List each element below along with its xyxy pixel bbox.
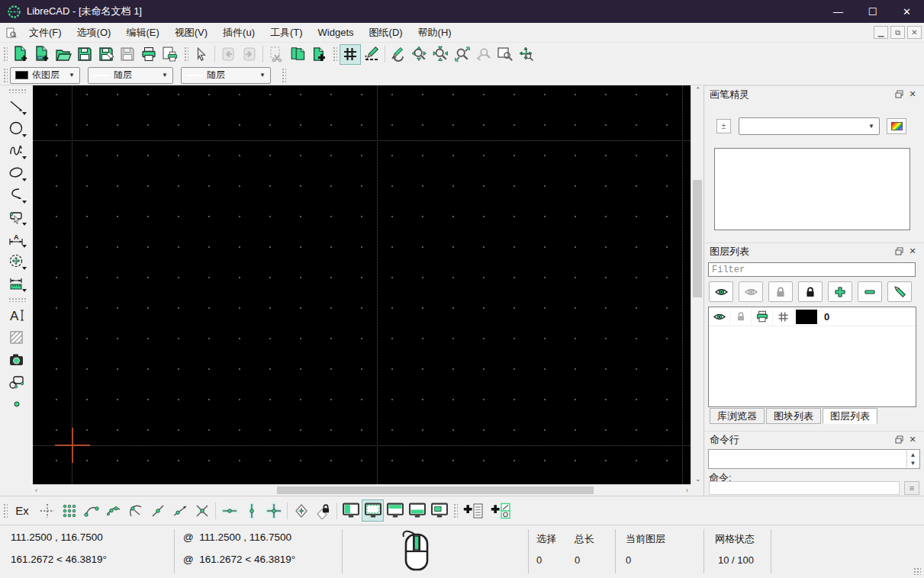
menu-view[interactable]: 视图(V)	[167, 24, 215, 42]
open-button[interactable]	[53, 44, 74, 65]
vertical-scrollbar[interactable]: ⌃ ⌄	[691, 85, 703, 484]
command-input[interactable]	[709, 481, 900, 495]
text-tool-button[interactable]: A	[5, 304, 28, 326]
toolbar-handle[interactable]	[8, 297, 26, 302]
pen-wizard-combo[interactable]: ▼	[739, 117, 880, 135]
add-pen-widget-button[interactable]	[488, 499, 515, 522]
hide-all-layers-button[interactable]	[739, 281, 763, 302]
mdi-restore-button[interactable]: ⧉	[890, 26, 905, 39]
menu-drawings[interactable]: 图纸(D)	[362, 24, 410, 42]
pen-wizard-list[interactable]	[714, 148, 910, 230]
zoom-pan-button[interactable]	[516, 44, 537, 65]
zoom-window-button[interactable]	[494, 44, 516, 65]
hatch-tool-button[interactable]	[5, 326, 28, 348]
redo-button[interactable]	[239, 44, 260, 65]
command-options-button[interactable]: ≡	[904, 481, 919, 495]
menu-edit[interactable]: 编辑(E)	[118, 24, 166, 42]
zoom-in-button[interactable]	[409, 44, 430, 65]
command-history[interactable]: ▲▼	[708, 449, 920, 469]
toolbar-handle[interactable]	[8, 88, 26, 93]
lock-relative-zero-button[interactable]	[312, 499, 334, 522]
remove-layer-button[interactable]	[858, 281, 882, 302]
grid-toggle-button[interactable]	[340, 44, 361, 65]
close-panel-button[interactable]: ✕	[906, 246, 919, 258]
image-tool-button[interactable]	[5, 348, 28, 371]
toolbar-handle[interactable]	[2, 46, 8, 63]
new-from-template-button[interactable]	[31, 44, 53, 65]
print-preview-button[interactable]	[159, 44, 181, 65]
pen-width-combo[interactable]: 随层 ▼	[88, 67, 173, 84]
menu-options[interactable]: 选项(O)	[69, 24, 119, 42]
auto-zoom-button[interactable]	[452, 44, 473, 65]
dock-left-button[interactable]	[340, 499, 362, 522]
unlock-all-layers-button[interactable]	[768, 281, 793, 302]
float-panel-button[interactable]	[892, 434, 906, 446]
layer-construction-toggle[interactable]	[773, 307, 794, 326]
toolbar-handle[interactable]	[332, 46, 337, 63]
toolbar-handle[interactable]	[2, 503, 8, 519]
close-panel-button[interactable]: ✕	[906, 434, 919, 446]
pen-two-color-button[interactable]: ±	[716, 119, 731, 133]
snap-grid-button[interactable]	[58, 499, 80, 522]
drawing-canvas[interactable]	[33, 85, 691, 484]
dock-floating-button[interactable]	[428, 499, 450, 522]
restrict-horizontal-button[interactable]	[218, 499, 240, 522]
layer-print-toggle[interactable]	[752, 307, 773, 326]
redraw-button[interactable]	[388, 44, 409, 65]
snap-on-entity-button[interactable]	[102, 499, 124, 522]
undo-button[interactable]	[217, 44, 239, 65]
snap-middle-button[interactable]	[146, 499, 169, 522]
menu-plugins[interactable]: 插件(u)	[215, 24, 262, 42]
snap-intersection-button[interactable]	[191, 499, 213, 522]
modify-tool-button[interactable]	[5, 250, 28, 272]
select-tool-button[interactable]	[5, 206, 28, 228]
mdi-minimize-button[interactable]: ▁	[874, 26, 888, 39]
polyline-tool-button[interactable]	[5, 184, 28, 206]
dock-fullscreen-button[interactable]	[362, 499, 384, 522]
restrict-vertical-button[interactable]	[240, 499, 262, 522]
snap-distance-button[interactable]	[169, 499, 191, 522]
lock-all-layers-button[interactable]	[798, 281, 823, 302]
snap-endpoint-button[interactable]	[80, 499, 102, 522]
set-relative-zero-button[interactable]	[290, 499, 312, 522]
mdi-close-button[interactable]: ✕	[907, 26, 922, 39]
tab-layer-list[interactable]: 图层列表	[823, 408, 877, 424]
print-button[interactable]	[138, 44, 159, 65]
resize-grip[interactable]	[913, 567, 921, 575]
layer-visible-toggle[interactable]	[709, 307, 730, 326]
dimension-tool-button[interactable]: A	[5, 228, 28, 250]
float-panel-button[interactable]	[892, 88, 906, 101]
minimize-button[interactable]: —	[821, 0, 855, 23]
edit-layer-button[interactable]	[887, 281, 912, 302]
selection-pointer-button[interactable]	[191, 44, 212, 65]
line-tool-button[interactable]	[5, 95, 28, 117]
horizontal-scroll-thumb[interactable]	[277, 486, 594, 494]
menu-widgets[interactable]: Widgets	[311, 24, 362, 40]
exclusive-snap-button[interactable]: Ex	[10, 499, 36, 522]
copy-button[interactable]	[287, 44, 308, 65]
vertical-scroll-thumb[interactable]	[693, 180, 702, 297]
layer-color-swatch[interactable]	[796, 310, 817, 324]
toolbar-handle[interactable]	[183, 46, 188, 63]
toolbar-handle[interactable]	[452, 503, 458, 519]
new-document-button[interactable]	[10, 44, 31, 65]
save-as-button[interactable]	[95, 44, 117, 65]
close-button[interactable]: ✕	[890, 0, 924, 23]
previous-view-button[interactable]	[473, 44, 494, 65]
save-all-button[interactable]	[117, 44, 138, 65]
circle-tool-button[interactable]	[5, 117, 28, 140]
dock-top-button[interactable]	[384, 499, 406, 522]
paste-button[interactable]	[308, 44, 330, 65]
float-panel-button[interactable]	[892, 246, 906, 258]
cut-button[interactable]	[266, 44, 287, 65]
draft-mode-button[interactable]	[361, 44, 382, 65]
zoom-out-button[interactable]	[430, 44, 452, 65]
toolbar-handle[interactable]	[281, 67, 286, 84]
history-spinner[interactable]: ▲▼	[906, 451, 919, 467]
ellipse-tool-button[interactable]	[5, 162, 28, 184]
menu-help[interactable]: 帮助(H)	[410, 24, 459, 42]
menu-tools[interactable]: 工具(T)	[262, 24, 311, 42]
layer-row[interactable]: 0	[709, 307, 916, 326]
add-layer-button[interactable]	[828, 281, 852, 302]
measure-tool-button[interactable]	[5, 272, 28, 294]
